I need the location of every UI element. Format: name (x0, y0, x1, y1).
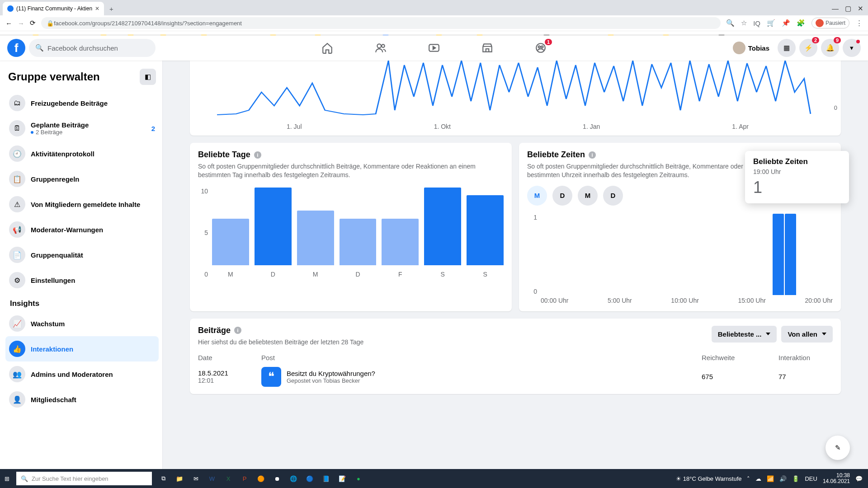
day-tab[interactable]: D (603, 186, 623, 206)
ext-icon-3[interactable]: 📌 (782, 19, 790, 27)
app-icon[interactable]: 📝 (335, 472, 349, 485)
bar[interactable] (809, 214, 821, 295)
ext-icon-2[interactable]: 🛒 (767, 19, 775, 27)
compose-fab[interactable]: ✎ (826, 436, 850, 460)
url-field[interactable]: 🔒 facebook.com/groups/214827109704148/in… (41, 17, 721, 29)
sidebar-item-reported[interactable]: ⚠Von Mitgliedern gemeldete Inhalte (5, 192, 159, 217)
close-window-icon[interactable]: ✕ (858, 5, 863, 13)
battery-icon[interactable]: 🔋 (792, 475, 799, 482)
bar[interactable] (675, 214, 686, 295)
star-icon[interactable]: ☆ (741, 19, 747, 27)
filter-dropdown[interactable]: Von allen (781, 326, 833, 343)
bar[interactable] (627, 214, 638, 295)
bar[interactable] (748, 214, 760, 295)
bar[interactable]: F (382, 188, 419, 278)
nav-marketplace[interactable] (462, 37, 512, 59)
excel-icon[interactable]: X (222, 472, 235, 485)
sidebar-item-pending[interactable]: 🗂Freizugebende Beiträge (5, 90, 159, 116)
nav-watch[interactable] (409, 37, 459, 59)
sidebar-item-modalerts[interactable]: 📢Moderator-Warnungen (5, 217, 159, 242)
account-caret-icon[interactable]: ▾ (843, 39, 861, 57)
bar[interactable] (541, 214, 552, 295)
reload-icon[interactable]: ⟳ (30, 19, 36, 27)
bar[interactable] (566, 214, 577, 295)
onedrive-icon[interactable]: ☁ (755, 475, 761, 482)
clock[interactable]: 10:38 14.06.2021 (823, 473, 850, 484)
sidebar-item-growth[interactable]: 📈Wachstum (5, 311, 159, 336)
search-input[interactable]: 🔍 Facebook durchsuchen (29, 39, 156, 57)
menu-grid-icon[interactable]: ▦ (778, 39, 796, 57)
bar[interactable] (736, 214, 747, 295)
word-icon[interactable]: W (205, 472, 219, 485)
bar[interactable]: M (297, 188, 334, 278)
app-icon[interactable]: 📘 (319, 472, 333, 485)
sidebar-item-rules[interactable]: 📋Gruppenregeln (5, 166, 159, 192)
sidebar-item-scheduled[interactable]: 🗓Geplante Beiträge2 Beiträge2 (5, 116, 159, 141)
sidebar-item-membership[interactable]: 👤Mitgliedschaft (5, 387, 159, 412)
bar[interactable] (578, 214, 589, 295)
chrome-icon[interactable]: 🌐 (287, 472, 300, 485)
info-icon[interactable]: i (234, 327, 241, 334)
notification-center-icon[interactable]: 💬 (855, 475, 863, 482)
new-tab-button[interactable]: + (104, 2, 119, 15)
wifi-icon[interactable]: 📶 (767, 475, 774, 482)
nav-groups[interactable]: 1 (516, 37, 566, 59)
maximize-icon[interactable]: ▢ (845, 5, 851, 13)
bar[interactable] (651, 214, 662, 295)
lang-indicator[interactable]: DEU (805, 475, 817, 482)
kebab-icon[interactable]: ⋮ (856, 19, 863, 27)
bar[interactable] (602, 214, 613, 295)
info-icon[interactable]: i (254, 151, 261, 159)
weather-widget[interactable]: ☀ 18°C Gelbe Warnstufe (676, 475, 741, 482)
bar[interactable] (712, 214, 723, 295)
back-icon[interactable]: ← (5, 19, 12, 27)
nav-home[interactable] (302, 37, 352, 59)
taskview-icon[interactable]: ⧉ (156, 472, 170, 485)
bar[interactable] (785, 214, 796, 295)
app-icon[interactable]: 🟠 (254, 472, 268, 485)
spotify-icon[interactable]: ● (352, 472, 365, 485)
puzzle-icon[interactable]: 🧩 (797, 19, 805, 27)
bar[interactable]: D (255, 188, 292, 278)
bar[interactable]: D (340, 188, 377, 278)
sort-dropdown[interactable]: Beliebteste ... (712, 326, 777, 343)
start-button[interactable]: ⊞ (0, 472, 14, 485)
bar[interactable] (773, 214, 784, 295)
profile-pause[interactable]: Pausiert (811, 18, 849, 28)
bar[interactable]: S (467, 188, 504, 278)
facebook-logo[interactable]: f (7, 39, 25, 57)
bar[interactable] (821, 214, 833, 295)
notifications-icon[interactable]: 🔔9 (821, 39, 839, 57)
bar[interactable] (614, 214, 626, 295)
sidebar-item-quality[interactable]: 📄Gruppenqualität (5, 242, 159, 267)
close-tab-icon[interactable]: ✕ (95, 5, 99, 12)
volume-icon[interactable]: 🔊 (779, 475, 787, 482)
day-tab[interactable]: D (552, 186, 572, 206)
sidebar-item-activity[interactable]: 🕘Aktivitätenprotokoll (5, 141, 159, 166)
explorer-icon[interactable]: 📁 (173, 472, 186, 485)
obs-icon[interactable]: ⏺ (270, 472, 284, 485)
table-row[interactable]: 18.5.202112:01 ❝ Besitzt du Kryptowährun… (198, 367, 833, 387)
sidebar-item-admins[interactable]: 👥Admins und Moderatoren (5, 361, 159, 387)
bar[interactable] (639, 214, 650, 295)
day-tab[interactable]: M (527, 186, 547, 206)
taskbar-search[interactable]: 🔍Zur Suche Text hier eingeben (16, 472, 152, 485)
ext-icon-1[interactable]: IQ (753, 19, 760, 27)
bar[interactable]: S (424, 188, 461, 278)
forward-icon[interactable]: → (18, 19, 24, 27)
nav-friends[interactable] (356, 37, 406, 59)
bar[interactable] (590, 214, 601, 295)
info-icon[interactable]: i (589, 151, 596, 159)
edge-icon[interactable]: 🔵 (303, 472, 316, 485)
bar[interactable] (797, 214, 808, 295)
bar[interactable] (687, 214, 698, 295)
bar[interactable] (724, 214, 735, 295)
messenger-icon[interactable]: ⚡2 (799, 39, 817, 57)
zoom-icon[interactable]: 🔍 (726, 19, 735, 27)
tray-chevron-icon[interactable]: ˄ (747, 475, 750, 482)
user-chip[interactable]: Tobias (728, 40, 774, 56)
bar[interactable] (553, 214, 565, 295)
sidebar-item-interactions[interactable]: 👍Interaktionen (5, 336, 159, 361)
bar[interactable] (663, 214, 675, 295)
bar[interactable]: M (212, 188, 249, 278)
